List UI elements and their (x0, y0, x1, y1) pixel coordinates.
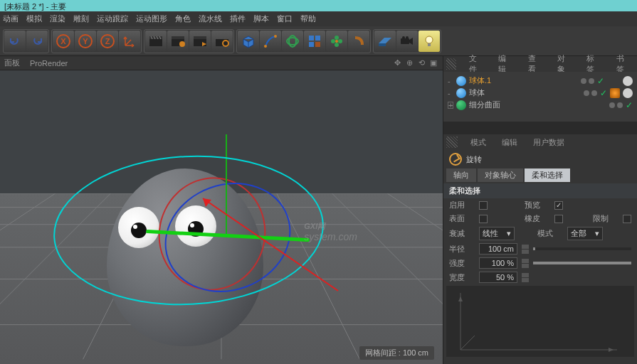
param-label: 启用 (449, 200, 475, 210)
svg-line-47 (203, 198, 338, 291)
preview-checkbox[interactable] (554, 201, 563, 210)
pan-icon[interactable]: ✥ (392, 58, 402, 68)
zoom-icon[interactable]: ⊕ (404, 58, 414, 68)
spinner-icon[interactable] (522, 244, 529, 254)
hierarchy-row[interactable]: - 球体.1 ✓ (448, 75, 633, 87)
phong-tag-icon[interactable] (623, 76, 633, 86)
menu-item[interactable]: 插件 (230, 14, 246, 24)
strength-slider[interactable] (533, 262, 631, 264)
falloff-graph[interactable] (446, 286, 634, 357)
menu-item[interactable]: 流水线 (199, 14, 222, 24)
spinner-icon[interactable] (522, 258, 529, 268)
svg-point-24 (331, 39, 335, 43)
cube-primitive-button[interactable] (238, 31, 259, 52)
svg-point-25 (338, 39, 342, 43)
chevron-down-icon: ▾ (595, 229, 599, 238)
render-settings-button[interactable] (189, 31, 211, 52)
hierarchy-row[interactable]: + 细分曲面 ✓ (448, 99, 633, 111)
radius-input[interactable]: 100 cm (479, 243, 517, 255)
phong-tag-icon[interactable] (623, 88, 633, 98)
svg-rect-22 (315, 42, 320, 47)
svg-point-26 (335, 43, 339, 47)
axis-y-button[interactable]: Y (75, 31, 96, 52)
flower-icon (329, 33, 344, 49)
menu-item[interactable]: 运动图形 (136, 14, 167, 24)
enable-checkbox[interactable] (479, 201, 488, 210)
material-tag-icon[interactable] (610, 88, 620, 98)
attr-tab[interactable]: 编辑 (495, 136, 525, 149)
expand-icon[interactable]: + (448, 102, 453, 109)
svg-point-32 (426, 36, 433, 43)
clapper-gear-icon (170, 35, 186, 48)
floor-button[interactable] (374, 31, 396, 52)
check-icon[interactable]: ✓ (597, 76, 604, 86)
svg-point-31 (406, 36, 409, 39)
attr-tab[interactable]: 用户数据 (526, 136, 572, 149)
strength-input[interactable]: 100 % (479, 257, 517, 269)
axis-x-button[interactable]: X (53, 31, 74, 52)
menu-item[interactable]: 帮助 (300, 14, 316, 24)
width-input[interactable]: 50 % (479, 272, 517, 283)
sub-tab[interactable]: 对象轴心 (478, 168, 523, 182)
expand-icon[interactable]: - (448, 89, 453, 97)
surface-checkbox[interactable] (479, 215, 488, 223)
sub-tab-active[interactable]: 柔和选择 (525, 168, 570, 182)
annotation-arrow-icon (196, 191, 352, 305)
rubber-checkbox[interactable] (554, 215, 563, 223)
viewport-tab[interactable]: 面板 (4, 58, 20, 68)
mode-dropdown[interactable]: 全部▾ (567, 227, 603, 240)
orbit-icon[interactable]: ⟲ (416, 58, 426, 68)
menu-item[interactable]: 模拟 (26, 14, 42, 24)
deformer-button[interactable] (304, 31, 325, 52)
object-name[interactable]: 细分曲面 (469, 100, 606, 110)
sub-tab[interactable]: 轴向 (446, 168, 476, 182)
undo-button[interactable] (4, 31, 26, 52)
environment-button[interactable] (348, 31, 369, 52)
viewport-3d[interactable]: GXI网system.com 网格间距 : 100 cm (0, 70, 443, 364)
svg-rect-6 (149, 39, 162, 46)
x-axis-icon: X (56, 33, 71, 49)
check-icon[interactable]: ✓ (600, 88, 607, 98)
falloff-dropdown[interactable]: 线性▾ (479, 227, 515, 240)
attr-tab[interactable]: 模式 (463, 136, 493, 149)
render-button[interactable] (145, 31, 167, 52)
svg-rect-9 (172, 36, 184, 39)
panel-grip-icon[interactable] (446, 58, 456, 70)
render-anim-button[interactable] (211, 31, 233, 52)
menu-item[interactable]: 角色 (175, 14, 191, 24)
camera-button[interactable] (396, 31, 418, 52)
redo-button[interactable] (26, 31, 48, 52)
object-hierarchy[interactable]: - 球体.1 ✓ - 球体 ✓ + 细分曲面 (443, 72, 637, 122)
hierarchy-row[interactable]: - 球体 ✓ (448, 87, 633, 99)
clapper-arrow-icon (192, 35, 208, 48)
viewport-tab[interactable]: ProRender (30, 59, 68, 68)
menu-item[interactable]: 动画 (3, 14, 19, 24)
expand-icon[interactable]: - (448, 77, 453, 85)
check-icon[interactable]: ✓ (626, 100, 633, 110)
spline-button[interactable] (260, 31, 281, 52)
menu-item[interactable]: 渲染 (50, 14, 65, 24)
panel-grip-icon[interactable] (446, 136, 458, 148)
window-titlebar: [未标题 2 *] - 主要 (0, 0, 637, 11)
limit-checkbox[interactable] (623, 215, 631, 223)
object-name[interactable]: 球体.1 (469, 75, 578, 86)
menu-item[interactable]: 脚本 (253, 14, 269, 24)
menu-item[interactable]: 运动跟踪 (97, 14, 128, 24)
svg-rect-20 (315, 36, 320, 41)
render-region-button[interactable] (167, 31, 189, 52)
svg-point-15 (264, 45, 267, 48)
object-name[interactable]: 球体 (469, 87, 581, 98)
menu-item[interactable]: 雕刻 (73, 14, 89, 24)
menu-item[interactable]: 窗口 (277, 14, 293, 24)
param-label: 限制 (593, 213, 618, 224)
mograph-button[interactable] (326, 31, 347, 52)
generator-button[interactable] (282, 31, 303, 52)
axis-z-button[interactable]: Z (97, 31, 118, 52)
spinner-icon[interactable] (522, 272, 529, 282)
svg-rect-19 (309, 36, 314, 41)
radius-slider[interactable] (533, 247, 631, 250)
maximize-icon[interactable]: ▣ (428, 58, 438, 68)
svg-rect-12 (194, 36, 206, 39)
world-axis-button[interactable] (119, 31, 140, 52)
light-button[interactable] (418, 31, 440, 52)
